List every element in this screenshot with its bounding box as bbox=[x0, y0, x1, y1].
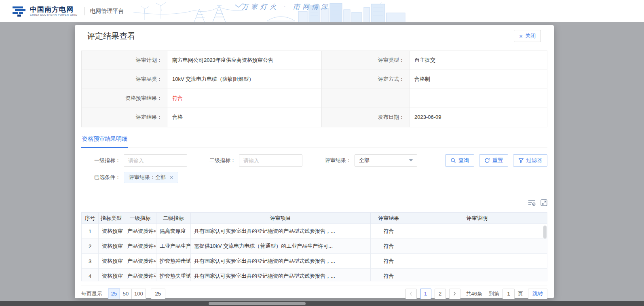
per-page-label: 每页显示 bbox=[81, 290, 102, 298]
page-size-25[interactable]: 25 bbox=[108, 289, 120, 299]
cell-level2: 隔离套厚度 bbox=[156, 224, 191, 239]
brand: 中国南方电网 CHINA SOUTHERN POWER GRID bbox=[12, 6, 78, 17]
filter-button[interactable]: 过滤器 bbox=[513, 154, 547, 167]
cell-level1: 产品资质许可 bbox=[124, 239, 156, 254]
skyline-illustration-icon bbox=[133, 0, 408, 22]
goto-prefix: 到第 bbox=[489, 290, 499, 298]
tab-prequalification-detail[interactable]: 资格预审结果明细 bbox=[81, 132, 128, 148]
level2-indicator-input[interactable] bbox=[239, 154, 302, 167]
top-header: 中国南方电网 CHINA SOUTHERN POWER GRID 电网管理平台 bbox=[0, 0, 644, 22]
cell-note bbox=[407, 224, 547, 239]
results-table: 序号 指标类型 一级指标 二级指标 评审项目 评审结果 评审说明 bbox=[81, 212, 547, 281]
refresh-icon bbox=[484, 158, 490, 163]
table-row[interactable]: 1 资格预审 产品资质许可 隔离套厚度 具有国家认可实验室出具的登记物资的产品型… bbox=[82, 224, 547, 239]
modal-header: 评定结果查看 × 关闭 bbox=[75, 25, 554, 47]
review-result-select[interactable]: 全部 bbox=[355, 154, 417, 167]
chevron-down-icon bbox=[409, 159, 413, 162]
page-size-50[interactable]: 50 bbox=[120, 289, 132, 299]
info-label: 评审类型： bbox=[322, 51, 410, 70]
col-indicator-type: 指标类型 bbox=[99, 213, 124, 224]
info-label: 发布日期： bbox=[322, 108, 410, 127]
funnel-icon bbox=[518, 158, 524, 163]
tab-bar: 资格预审结果明细 bbox=[81, 132, 547, 148]
close-label: 关闭 bbox=[525, 32, 536, 40]
page-size-100[interactable]: 100 bbox=[131, 289, 146, 299]
brand-title: 中国南方电网 bbox=[30, 6, 78, 13]
info-value bbox=[410, 89, 547, 108]
info-value: 自主提交 bbox=[410, 51, 547, 70]
table-vertical-scrollbar[interactable] bbox=[543, 226, 547, 238]
col-level1: 一级指标 bbox=[124, 213, 156, 224]
level1-indicator-input[interactable] bbox=[124, 154, 187, 167]
cell-seq: 4 bbox=[82, 269, 99, 282]
cell-type: 资格预审 bbox=[99, 269, 124, 282]
close-icon: × bbox=[519, 33, 523, 39]
prequalification-result-value: 符合 bbox=[167, 89, 322, 108]
reset-button[interactable]: 重置 bbox=[479, 154, 508, 167]
review-result-label: 评审结果： bbox=[325, 157, 351, 164]
screen: 中国南方电网 CHINA SOUTHERN POWER GRID 电网管理平台 bbox=[0, 0, 644, 306]
modal-body: 评审计划： 南方电网公司2023年度供应商资格预审公告 评审类型： 自主提交 评… bbox=[75, 51, 554, 301]
next-page-button[interactable] bbox=[449, 289, 460, 299]
brand-text: 中国南方电网 CHINA SOUTHERN POWER GRID bbox=[30, 6, 78, 17]
col-seq: 序号 bbox=[82, 213, 99, 224]
level1-indicator-label: 一级指标： bbox=[81, 157, 120, 164]
table-toolbar bbox=[81, 198, 547, 207]
review-info-grid: 评审计划： 南方电网公司2023年度供应商资格预审公告 评审类型： 自主提交 评… bbox=[81, 51, 547, 127]
jump-button[interactable]: 跳转 bbox=[528, 289, 547, 299]
filter-tag[interactable]: 评审结果：全部 × bbox=[124, 172, 178, 183]
review-result-selected: 全部 bbox=[359, 157, 370, 164]
cell-type: 资格预审 bbox=[99, 254, 124, 269]
banner-slogan: 万家灯火 · 南网情深 bbox=[242, 3, 330, 11]
cell-seq: 1 bbox=[82, 224, 99, 239]
page-size-input[interactable] bbox=[151, 289, 165, 299]
info-label: 评定方式： bbox=[322, 70, 410, 89]
info-value: 2023-06-09 bbox=[410, 108, 547, 127]
header-banner: 万家灯火 · 南网情深 bbox=[133, 0, 408, 22]
page-title: 评定结果查看 bbox=[87, 31, 135, 42]
column-settings-icon[interactable] bbox=[528, 199, 536, 206]
info-value: 合格制 bbox=[410, 70, 547, 89]
info-label: 评定结果： bbox=[82, 108, 167, 127]
cell-result: 符合 bbox=[371, 254, 407, 269]
cell-level1: 产品资质许可 bbox=[124, 254, 156, 269]
close-button[interactable]: × 关闭 bbox=[514, 30, 541, 42]
fullscreen-icon[interactable] bbox=[541, 199, 547, 206]
table-row[interactable]: 2 资格预审 产品资质许可 工业产品生产... 需提供10kV 交流电力电缆（普… bbox=[82, 239, 547, 254]
header-divider bbox=[84, 7, 84, 15]
cell-item: 需提供10kV 交流电力电缆（普通型）的工业产品生产许可... bbox=[191, 239, 371, 254]
horizontal-scrollbar-thumb[interactable] bbox=[209, 302, 306, 305]
page-button-2[interactable]: 2 bbox=[435, 289, 446, 299]
search-icon bbox=[450, 158, 456, 163]
total-count: 共46条 bbox=[466, 290, 482, 298]
modal-overlay: 评定结果查看 × 关闭 评审计划： 南方电网公司2023年度供应商资格预审公告 … bbox=[0, 22, 644, 306]
page-size-group: 25 50 100 bbox=[108, 289, 146, 299]
info-value: 南方电网公司2023年度供应商资格预审公告 bbox=[167, 51, 322, 70]
col-review-note: 评审说明 bbox=[407, 213, 547, 224]
cell-type: 资格预审 bbox=[99, 239, 124, 254]
info-label: 评审计划： bbox=[82, 51, 167, 70]
info-value: 合格 bbox=[167, 108, 322, 127]
cell-level1: 产品资质许可 bbox=[124, 269, 156, 282]
selected-conditions-row: 已选条件： 评审结果：全部 × bbox=[81, 172, 547, 183]
goto-suffix: 页 bbox=[518, 290, 523, 298]
cell-note bbox=[407, 269, 547, 282]
cell-seq: 3 bbox=[82, 254, 99, 269]
table-row[interactable]: 4 资格预审 产品资质许可 护套热失重试... 具有国家认可实验室出具的登记物资… bbox=[82, 269, 547, 282]
prev-page-button[interactable] bbox=[405, 289, 417, 299]
search-button[interactable]: 查询 bbox=[445, 154, 474, 167]
cell-item: 具有国家认可实验室出具的登记物资的产品型式试验报告，... bbox=[191, 269, 371, 282]
pager: 1 2 共46条 到第 页 跳转 bbox=[405, 289, 547, 299]
level2-indicator-label: 二级指标： bbox=[209, 157, 236, 164]
tag-remove-icon[interactable]: × bbox=[170, 175, 173, 180]
csg-logo-icon bbox=[12, 6, 27, 17]
cell-note bbox=[407, 239, 547, 254]
chevron-right-icon bbox=[453, 291, 456, 296]
chevron-left-icon bbox=[410, 291, 412, 296]
table-row[interactable]: 3 资格预审 产品资质许可 护套热冲击试... 具有国家认可实验室出具的登记物资… bbox=[82, 254, 547, 269]
table-header-row: 序号 指标类型 一级指标 二级指标 评审项目 评审结果 评审说明 bbox=[82, 213, 547, 224]
pagination-bar: 每页显示 25 50 100 1 2 bbox=[81, 285, 547, 301]
cell-result: 符合 bbox=[371, 239, 407, 254]
goto-page-input[interactable] bbox=[503, 289, 515, 299]
page-button-1[interactable]: 1 bbox=[420, 289, 431, 299]
